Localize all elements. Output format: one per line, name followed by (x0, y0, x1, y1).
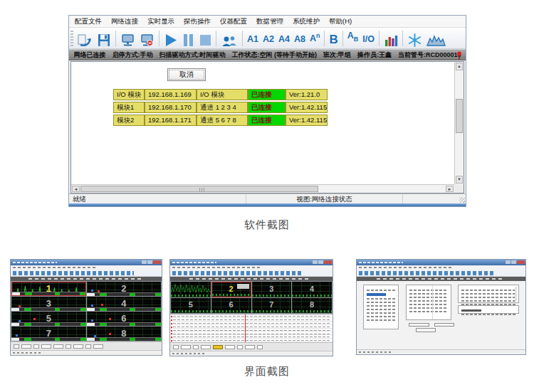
control-placeholder (173, 345, 179, 349)
module-status-cell: 已连接 (248, 102, 286, 113)
thumb-a-toolbar (11, 270, 162, 277)
open-button[interactable] (75, 29, 95, 48)
statusbar-view: 视图:网络连接状态 (246, 194, 403, 203)
menu-realtime-display[interactable]: 实时显示 (147, 17, 174, 26)
control-placeholder (66, 344, 71, 349)
a4-label: A4 (278, 31, 290, 48)
settings-tree-panel (363, 285, 399, 329)
menu-config-file[interactable]: 配置文件 (75, 17, 102, 26)
menu-instrument-config[interactable]: 仪器配置 (220, 17, 247, 26)
module-ip-cell: 192.168.1.169 (145, 89, 197, 100)
io-button[interactable]: I/O (360, 29, 377, 48)
thumb-b-statusstrip (170, 277, 333, 281)
property-row (461, 300, 515, 302)
status-pipe-id: 当前管号:RCD000016 (398, 51, 461, 60)
scrollbar-corner (454, 184, 464, 193)
scrollbar-grip (199, 188, 204, 191)
ascan-4-button[interactable]: A4 (276, 29, 292, 48)
scroll-right-icon[interactable]: ► (446, 186, 454, 192)
network-status-view: 取消 I/O 模块 192.168.1.169 I/O 模块 已连接 Ver:1… (71, 62, 454, 184)
menu-data-management[interactable]: 数据管理 (256, 17, 283, 26)
close-icon (517, 260, 525, 264)
module-status-cell: 已连接 (248, 115, 286, 126)
users-icon (221, 33, 238, 48)
save-button[interactable] (95, 29, 113, 48)
description-label (461, 309, 481, 312)
channel-panel-2-selected: 2 (211, 282, 251, 297)
scroll-left-icon[interactable]: ◄ (72, 186, 80, 192)
scroll-down-icon[interactable]: ▼ (456, 176, 463, 184)
channel-panel-5: 5 (11, 312, 86, 326)
channel-number: 5 (171, 301, 211, 309)
toolbar: A1 A2 A4 A8 An B AB I/O (69, 28, 466, 49)
toolbar-separator (115, 31, 116, 46)
pause-icon (182, 33, 194, 48)
module-version-cell: Ver:1.42.1156 (286, 115, 328, 126)
channel-panel-4: 4 (292, 282, 332, 297)
bar-chart-button[interactable] (382, 29, 400, 48)
freeze-button[interactable] (405, 29, 424, 48)
menu-system-maintenance[interactable]: 系统维护 (293, 17, 320, 26)
network-disconnect-button[interactable] (137, 29, 157, 48)
menu-flaw-detection[interactable]: 探伤操作 (184, 17, 211, 26)
ab-scan-button[interactable]: AB (345, 29, 361, 48)
ascan-n-button[interactable]: An (308, 29, 323, 48)
window-bottom-border (69, 203, 466, 206)
stop-button[interactable] (197, 29, 214, 48)
menu-network[interactable]: 网络连接 (111, 17, 138, 26)
channel-panel-7: 7 (11, 327, 86, 341)
horizontal-scrollbar-thumb[interactable] (80, 186, 318, 192)
ascan-8-button[interactable]: A8 (292, 29, 308, 48)
vertical-scrollbar[interactable]: ▲ ▼ (454, 62, 464, 184)
waveform-view-button[interactable] (424, 29, 448, 48)
thumb-c-statusbar (357, 349, 525, 354)
toolbar-grip[interactable] (70, 31, 73, 46)
thumb-a-channel-grid: 1 2 3 4 5 (11, 281, 162, 341)
tree-item (367, 319, 395, 321)
ascan-1-button[interactable]: A1 (245, 29, 261, 48)
pause-button[interactable] (180, 29, 197, 48)
gate-marker (109, 333, 111, 335)
parameter-row (409, 290, 448, 291)
channel-panel-4: 4 (87, 297, 162, 311)
vertical-scrollbar-thumb[interactable] (456, 99, 463, 133)
statusbar-right (403, 194, 466, 203)
scroll-up-icon[interactable]: ▲ (456, 63, 463, 70)
play-button[interactable] (162, 29, 180, 48)
channel-panel-8: 8 (292, 298, 332, 314)
cancel-button[interactable]: 取消 (167, 68, 206, 81)
horizontal-scrollbar[interactable]: ◄ ► (71, 184, 454, 193)
channel-number: 5 (11, 314, 86, 323)
parameter-row (409, 297, 448, 298)
menu-help[interactable]: 帮助(H) (329, 17, 352, 26)
interface-caption: 界面截图 (0, 365, 534, 378)
parameter-row (409, 311, 448, 312)
control-placeholder (181, 345, 191, 349)
tree-item (367, 305, 395, 307)
trace (173, 337, 330, 337)
control-placeholder (53, 344, 63, 349)
trace (173, 316, 330, 317)
close-icon (153, 260, 161, 264)
bscan-button[interactable]: B (327, 29, 340, 48)
channel-number: 7 (252, 301, 292, 309)
module-name-cell: I/O 模块 (113, 89, 145, 100)
ascan-2-button[interactable]: A2 (261, 29, 276, 48)
software-caption: 软件截图 (0, 218, 534, 232)
control-placeholder (93, 344, 103, 349)
trace (173, 323, 330, 324)
resize-grip[interactable] (459, 197, 465, 203)
stop-icon (199, 33, 211, 48)
status-strip: 网络已连接 启停方式:手动 扫描驱动方式:时间驱动 工作状态:空闲 (等待手动开… (69, 49, 466, 60)
thumb-b-controlbar (170, 342, 333, 351)
text-placeholder (13, 352, 43, 354)
thumbnail-strip-chart-view: 2 3 4 5 6 7 (169, 259, 333, 356)
channel-number: 6 (211, 301, 251, 309)
control-placeholder (257, 345, 263, 349)
network-connect-button[interactable] (118, 29, 137, 48)
users-button[interactable] (219, 29, 240, 48)
pin-icon (456, 51, 462, 61)
b-label: B (329, 31, 337, 48)
settings-button (434, 323, 454, 327)
channel-number: 7 (11, 329, 86, 338)
